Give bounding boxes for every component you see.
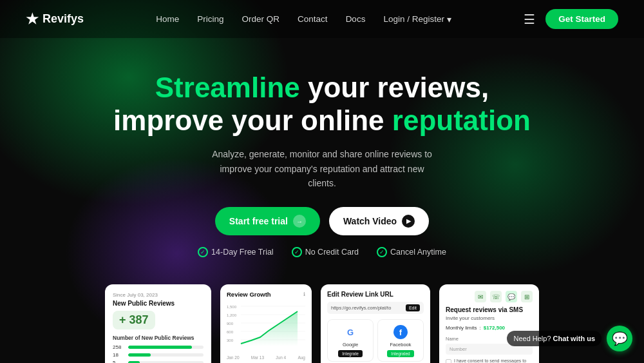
trial-icon: → [293,215,306,228]
nav-right: ☰ Get Started [524,9,618,29]
hamburger-icon[interactable]: ☰ [524,12,535,27]
monthly-label: Monthly limits [446,325,477,331]
hero-badges: ✓ 14-Day Free Trial ✓ No Credit Card ✓ C… [13,247,631,257]
card3-url-row: https://go.revifys.com/plat/to Edit [327,302,424,314]
nav-links: Home Pricing Order QR Contact Docs Login… [156,14,451,25]
badge-cancel-label: Cancel Anytime [390,248,446,257]
platform-google: G Google Integrate [327,319,374,362]
card-new-reviews: Since July 03, 2023 New Public Reviews +… [105,284,211,363]
sms-icon: 💬 [506,291,517,302]
svg-text:300: 300 [227,338,234,342]
svg-text:600: 600 [227,330,234,334]
card1-title: New Public Reviews [113,300,204,307]
nav-login[interactable]: Login / Register ▾ [383,14,451,25]
nav-order-qr[interactable]: Order QR [242,14,280,24]
card-review-link: Edit Review Link URL https://go.revifys.… [321,284,430,363]
hero-headline: Streamline your reviews, improve your on… [13,72,631,137]
card4-title: Request reviews via SMS [446,306,533,313]
badge-trial-label: 14-Day Free Trial [211,248,274,257]
chat-with-us-label: Chat with us [553,335,595,342]
card3-platforms: G Google Integrate f Facebook Integrated… [327,319,424,363]
monthly-value: $172,500 [484,325,505,331]
review-row-3: 5 [113,360,204,363]
email-icon: ✉ [475,291,486,302]
headline-your-reviews: your reviews, [300,72,489,103]
card1-number: + 387 [113,311,155,329]
check-icon-2: ✓ [292,247,302,257]
hero-buttons: Start free trial → Watch Video ▶ [13,207,631,235]
google-icon: G [343,325,357,339]
facebook-label: Facebook [390,342,412,348]
grid-icon: ⊞ [521,291,533,302]
badge-trial: ✓ 14-Day Free Trial [198,247,274,257]
chat-icon: 💬 [612,331,628,346]
card4-checkbox-row: I have consent to send messages to this … [446,358,533,363]
trial-label: Start free trial [229,216,288,226]
chevron-down-icon: ▾ [447,14,451,25]
svg-text:900: 900 [227,322,234,326]
card2-info-icon: ℹ [303,291,305,297]
phone-icon: ☏ [490,291,502,302]
card2-x-labels: Jan 20 Mar 13 Jun 4 Aug [227,355,305,360]
google-label: Google [343,342,358,348]
get-started-button[interactable]: Get Started [545,9,618,29]
check-icon: ✓ [198,247,208,257]
badge-cancel: ✓ Cancel Anytime [377,247,446,257]
chat-widget: Need Help? Chat with us 💬 [507,326,632,351]
chat-help-text: Need Help? Chat with us [507,331,601,346]
play-icon: ▶ [402,215,415,228]
svg-text:1,200: 1,200 [227,313,237,317]
platform-facebook: f Facebook Integrated [377,319,424,362]
card-review-growth: Review Growth ℹ 1,500 1,200 900 600 300 [220,284,312,363]
card2-title: Review Growth [227,291,271,298]
need-help-label: Need Help? [513,335,551,342]
headline-reputation: reputation [392,104,531,136]
hero-description: Analyze, generate, monitor and share onl… [206,147,438,190]
nav-contact[interactable]: Contact [298,14,328,24]
card3-title: Edit Review Link URL [327,291,424,298]
card4-subtitle: Invite your customers [446,315,533,321]
review-row-1: 258 [113,344,204,350]
nav-pricing[interactable]: Pricing [197,14,223,24]
facebook-icon: f [393,325,408,339]
video-label: Watch Video [343,216,397,226]
card3-wrapper: Edit Review Link URL https://go.revifys.… [321,284,430,363]
nav-home[interactable]: Home [156,14,179,24]
review-row-2: 18 [113,352,204,358]
chat-bubble-button[interactable]: 💬 [607,326,632,351]
badge-credit-label: No Credit Card [305,248,359,257]
watch-video-button[interactable]: Watch Video ▶ [329,207,429,235]
check-icon-3: ✓ [377,247,387,257]
card3-copy-btn[interactable]: Edit [406,304,420,311]
card4-top-icons: ✉ ☏ 💬 ⊞ [446,291,533,302]
consent-checkbox[interactable] [446,359,451,363]
card2-chart: 1,500 1,200 900 600 300 [227,302,305,353]
hero-section: Streamline your reviews, improve your on… [0,38,644,270]
logo[interactable]: ★ Revifys [26,11,84,28]
headline-streamline: Streamline [155,72,300,103]
card1-since: Since July 03, 2023 [113,292,204,298]
headline-improve: improve your online [113,104,392,136]
nav-docs[interactable]: Docs [346,14,366,24]
card3-url: https://go.revifys.com/plat/to [331,305,391,311]
google-integrate-btn[interactable]: Integrate [338,350,363,357]
navbar: ★ Revifys Home Pricing Order QR Contact … [0,0,644,38]
fb-integrate-btn[interactable]: Integrated [387,350,413,357]
svg-text:1,500: 1,500 [227,305,237,309]
badge-no-credit: ✓ No Credit Card [292,247,359,257]
brand-name: Revifys [43,12,84,26]
checkbox-label: I have consent to send messages to this … [454,358,533,363]
logo-star-icon: ★ [26,11,39,28]
start-trial-button[interactable]: Start free trial → [215,207,320,235]
card1-subtitle: Number of New Public Reviews [113,335,204,341]
